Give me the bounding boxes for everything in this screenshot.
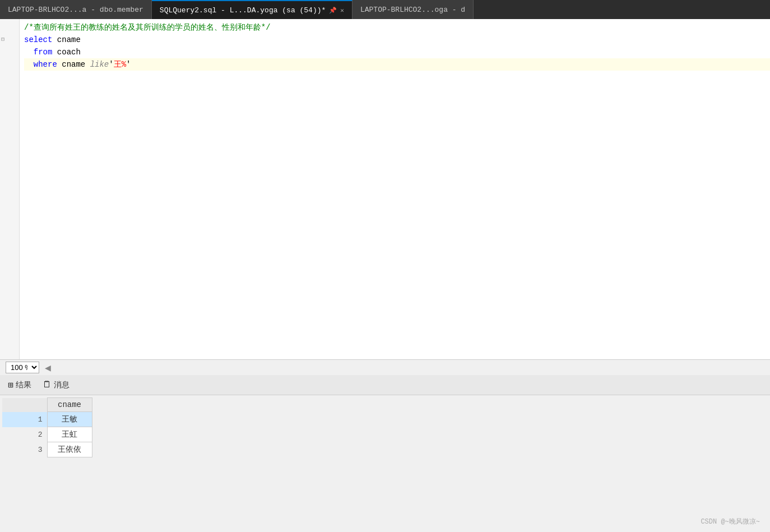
code-indent-2 <box>24 58 34 71</box>
keyword-select: select <box>24 34 52 46</box>
code-quote1: ' <box>109 58 113 71</box>
collapse-icon[interactable]: ⊟ <box>1 34 4 46</box>
code-line-1: /*查询所有姓王的教练的姓名及其所训练的学员的姓名、性别和年龄*/ <box>24 21 770 34</box>
row-num-3: 3 <box>2 442 47 457</box>
main-area: ⊟ /*查询所有姓王的教练的姓名及其所训练的学员的姓名、性别和年龄*/ sele… <box>0 19 770 359</box>
tab-yoga-label: LAPTOP-BRLHCO2...oga - d <box>360 6 465 14</box>
code-line-3: from coach <box>24 46 770 58</box>
watermark: CSDN @~晚风微凉~ <box>701 517 760 526</box>
tab-sqlquery-label: SQLQuery2.sql - L...DA.yoga (sa (54))* <box>160 6 326 15</box>
cell-cname-2: 王虹 <box>47 427 92 442</box>
code-indent-1 <box>24 46 34 58</box>
keyword-from: from <box>34 46 53 58</box>
line-numbers-gutter: ⊟ <box>0 19 20 359</box>
messages-label: 消息 <box>54 380 69 390</box>
comment-text: /*查询所有姓王的教练的姓名及其所训练的学员的姓名、性别和年龄*/ <box>24 21 271 34</box>
header-cname: cname <box>47 398 92 412</box>
table-body: 1 王敏 2 王虹 3 王依依 <box>2 412 92 457</box>
gutter-line-3 <box>0 46 19 58</box>
keyword-where: where <box>34 58 57 71</box>
results-table: cname 1 王敏 2 王虹 3 王依依 <box>2 397 92 457</box>
results-table-wrapper: cname 1 王敏 2 王虹 3 王依依 <box>0 395 770 532</box>
cell-cname-3: 王依依 <box>47 442 92 457</box>
code-coach: coach <box>52 46 80 58</box>
code-wang: 王% <box>114 58 126 71</box>
status-bar: 100 % 75 % 125 % 150 % ◀ <box>0 359 770 375</box>
code-line-2: select cname <box>24 34 770 46</box>
tab-member[interactable]: LAPTOP-BRLHCO2...a - dbo.member <box>0 0 152 19</box>
code-quote2: ' <box>126 58 131 71</box>
editor-area[interactable]: /*查询所有姓王的教练的姓名及其所训练的学员的姓名、性别和年龄*/ select… <box>20 19 770 359</box>
row-num-2: 2 <box>2 427 47 442</box>
gutter-line-1 <box>0 21 19 34</box>
tab-bar: LAPTOP-BRLHCO2...a - dbo.member SQLQuery… <box>0 0 770 19</box>
table-header: cname <box>2 398 92 412</box>
code-line-4: where cname like'王%' <box>24 58 770 71</box>
scroll-left-icon[interactable]: ◀ <box>45 362 51 374</box>
messages-icon: 🗒 <box>43 380 52 390</box>
zoom-select[interactable]: 100 % 75 % 125 % 150 % <box>6 362 39 373</box>
results-panel: ⊞ 结果 🗒 消息 cname 1 王敏 2 王 <box>0 375 770 532</box>
table-row[interactable]: 3 王依依 <box>2 442 92 457</box>
tab-member-label: LAPTOP-BRLHCO2...a - dbo.member <box>8 6 143 14</box>
tab-results[interactable]: ⊞ 结果 <box>4 378 35 392</box>
keyword-like: like <box>90 58 109 71</box>
results-tabs-bar: ⊞ 结果 🗒 消息 <box>0 375 770 395</box>
gutter-line-2: ⊟ <box>0 34 19 46</box>
row-num-1: 1 <box>2 412 47 427</box>
tab-yoga[interactable]: LAPTOP-BRLHCO2...oga - d <box>352 0 474 19</box>
code-cname-2: cname <box>57 58 90 71</box>
results-grid-icon: ⊞ <box>8 380 13 391</box>
code-cname: cname <box>52 34 80 46</box>
table-row[interactable]: 2 王虹 <box>2 427 92 442</box>
header-rownum <box>2 398 47 412</box>
results-label: 结果 <box>16 380 31 390</box>
tab-messages[interactable]: 🗒 消息 <box>39 378 73 391</box>
table-row[interactable]: 1 王敏 <box>2 412 92 427</box>
gutter-line-4 <box>0 58 19 71</box>
pin-icon: 📌 <box>329 7 337 14</box>
cell-cname-1: 王敏 <box>47 412 92 427</box>
header-row: cname <box>2 398 92 412</box>
tab-sqlquery[interactable]: SQLQuery2.sql - L...DA.yoga (sa (54))* 📌… <box>152 0 352 19</box>
close-icon[interactable]: ✕ <box>340 7 344 14</box>
